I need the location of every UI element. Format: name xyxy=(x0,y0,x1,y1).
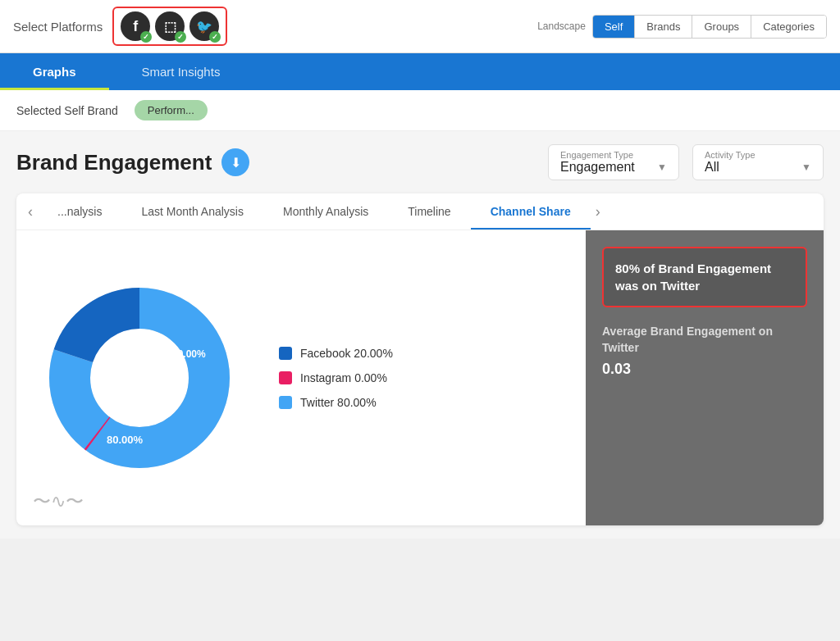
engagement-type-select[interactable]: Engagement ▼ xyxy=(560,160,667,175)
landscape-buttons: Self Brands Groups Categories xyxy=(592,15,827,39)
chart-legend: Facebook 20.00% Instagram 0.00% Twitter … xyxy=(279,347,393,409)
instagram-check-badge: ✓ xyxy=(175,31,186,43)
chart-section: 20.00% 0.00% 80.00% Facebook 20.00% xyxy=(16,230,586,525)
platform-section: Select Platforms f ✓ ⬚ ✓ 🐦 ✓ xyxy=(13,7,227,46)
facebook-check-badge: ✓ xyxy=(140,31,152,43)
strip-tab-timeline[interactable]: Timeline xyxy=(388,193,470,230)
detail-title: Average Brand Engagement on Twitter xyxy=(602,324,807,356)
legend-dot-instagram xyxy=(279,371,292,384)
landscape-btn-groups[interactable]: Groups xyxy=(692,16,751,38)
activity-type-dropdown[interactable]: Activity Type All ▼ xyxy=(692,144,824,180)
card-body: 20.00% 0.00% 80.00% Facebook 20.00% xyxy=(16,230,824,525)
activity-type-arrow: ▼ xyxy=(801,161,811,173)
landscape-btn-brands[interactable]: Brands xyxy=(635,16,692,38)
info-section: 80% of Brand Engagement was on Twitter A… xyxy=(586,230,824,525)
facebook-platform-icon[interactable]: f ✓ xyxy=(121,11,150,41)
legend-dot-facebook xyxy=(279,347,292,360)
tab-smart-insights[interactable]: Smart Insights xyxy=(109,53,253,90)
tab-graphs[interactable]: Graphs xyxy=(0,53,109,90)
top-bar: Select Platforms f ✓ ⬚ ✓ 🐦 ✓ Landscape S… xyxy=(0,0,840,53)
engagement-type-dropdown[interactable]: Engagement Type Engagement ▼ xyxy=(548,144,679,180)
activity-type-select[interactable]: All ▼ xyxy=(705,160,811,175)
landscape-btn-self[interactable]: Self xyxy=(593,16,635,38)
instagram-platform-icon[interactable]: ⬚ ✓ xyxy=(155,11,185,41)
strip-tab-monthly[interactable]: Monthly Analysis xyxy=(263,193,388,230)
be-title: Brand Engagement ⬇ xyxy=(16,148,249,176)
wave-icon: 〜∿〜 xyxy=(33,489,84,514)
strip-tab-channel-share[interactable]: Channel Share xyxy=(471,193,591,230)
strip-tab-analysis[interactable]: ...nalysis xyxy=(38,193,121,230)
info-highlight: 80% of Brand Engagement was on Twitter xyxy=(602,247,807,307)
engagement-type-value: Engagement xyxy=(560,160,635,175)
legend-item-instagram: Instagram 0.00% xyxy=(279,371,393,384)
engagement-type-label: Engagement Type xyxy=(560,150,667,160)
platform-icons-box: f ✓ ⬚ ✓ 🐦 ✓ xyxy=(112,7,227,46)
landscape-btn-categories[interactable]: Categories xyxy=(751,16,826,38)
donut-svg: 20.00% 0.00% 80.00% xyxy=(33,271,246,484)
be-dropdowns: Engagement Type Engagement ▼ Activity Ty… xyxy=(548,144,824,180)
twitter-check-badge: ✓ xyxy=(209,31,221,43)
legend-label-twitter: Twitter 80.00% xyxy=(300,396,377,409)
donut-wrapper: 20.00% 0.00% 80.00% Facebook 20.00% xyxy=(33,247,569,509)
brand-engagement-title: Brand Engagement xyxy=(16,150,212,175)
activity-type-value: All xyxy=(705,160,719,175)
twitter-platform-icon[interactable]: 🐦 ✓ xyxy=(189,11,219,41)
info-detail: Average Brand Engagement on Twitter 0.03 xyxy=(602,324,807,378)
tab-strip: ‹ ...nalysis Last Month Analysis Monthly… xyxy=(16,193,824,230)
strip-tab-last-month[interactable]: Last Month Analysis xyxy=(121,193,263,230)
donut-hole xyxy=(92,330,187,425)
tab-strip-next[interactable]: › xyxy=(591,195,605,229)
info-highlight-text: 80% of Brand Engagement was on Twitter xyxy=(615,261,771,293)
landscape-section: Landscape Self Brands Groups Categories xyxy=(537,15,827,39)
main-card: ‹ ...nalysis Last Month Analysis Monthly… xyxy=(16,193,824,525)
donut-label-facebook: 20.00% xyxy=(172,348,206,360)
donut-chart: 20.00% 0.00% 80.00% xyxy=(33,271,246,484)
main-content: Brand Engagement ⬇ Engagement Type Engag… xyxy=(0,131,840,539)
donut-label-instagram: 0.00% xyxy=(224,468,234,484)
legend-label-facebook: Facebook 20.00% xyxy=(300,347,393,360)
legend-dot-twitter xyxy=(279,396,292,409)
engagement-type-arrow: ▼ xyxy=(657,161,667,173)
legend-item-twitter: Twitter 80.00% xyxy=(279,396,393,409)
brand-pill[interactable]: Perform... xyxy=(135,100,208,120)
landscape-label: Landscape xyxy=(537,20,586,32)
activity-type-label: Activity Type xyxy=(705,150,811,160)
legend-label-instagram: Instagram 0.00% xyxy=(300,371,387,384)
download-button[interactable]: ⬇ xyxy=(221,148,249,176)
tab-strip-prev[interactable]: ‹ xyxy=(23,195,38,229)
selected-self-brand-label: Selected Self Brand xyxy=(16,104,118,117)
nav-tabs: Graphs Smart Insights xyxy=(0,53,840,90)
legend-item-facebook: Facebook 20.00% xyxy=(279,347,393,360)
platform-label: Select Platforms xyxy=(13,20,103,34)
be-header: Brand Engagement ⬇ Engagement Type Engag… xyxy=(16,144,824,180)
donut-label-twitter: 80.00% xyxy=(107,434,144,446)
brand-row: Selected Self Brand Perform... xyxy=(0,90,840,131)
detail-value: 0.03 xyxy=(602,361,807,378)
